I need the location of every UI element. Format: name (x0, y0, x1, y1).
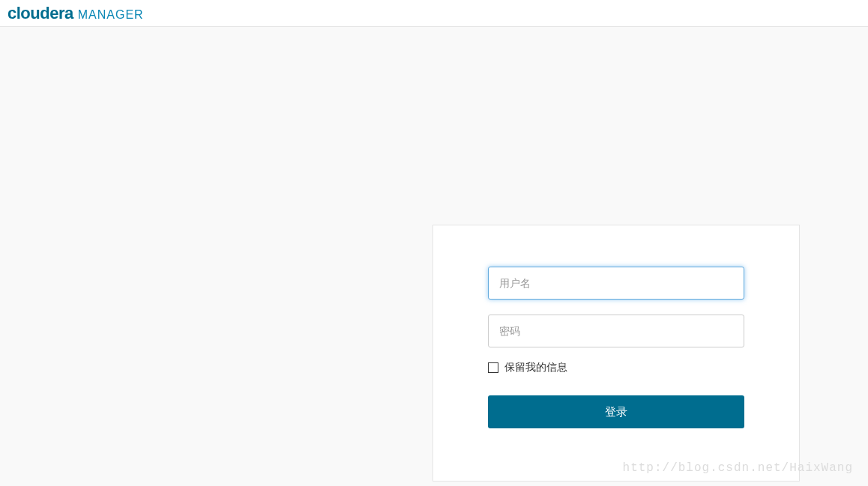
logo-product-text: MANAGER (78, 8, 144, 22)
remember-me-label[interactable]: 保留我的信息 (504, 361, 567, 374)
password-input[interactable] (488, 315, 744, 347)
app-header: cloudera MANAGER (0, 0, 868, 27)
remember-me-row: 保留我的信息 (488, 361, 744, 374)
login-button[interactable]: 登录 (488, 395, 744, 428)
username-input[interactable] (488, 267, 744, 300)
login-card: 保留我的信息 登录 (433, 225, 800, 482)
remember-me-checkbox[interactable] (488, 362, 498, 373)
brand-logo: cloudera MANAGER (7, 4, 144, 23)
logo-brand-text: cloudera (7, 4, 73, 23)
